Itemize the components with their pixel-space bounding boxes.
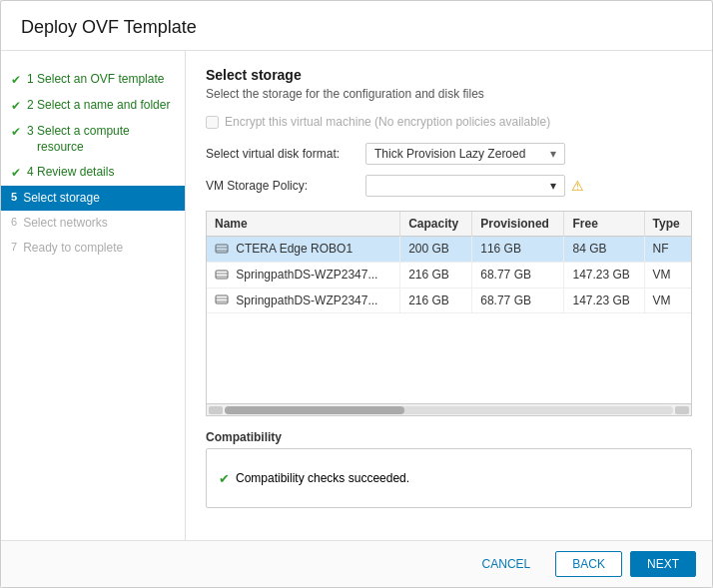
sidebar-item-step5[interactable]: 5 Select storage <box>1 186 185 211</box>
next-button[interactable]: NEXT <box>630 551 696 577</box>
sidebar-label-step7: 7 <box>11 240 17 255</box>
cell-name-0: CTERA Edge ROBO1 <box>207 237 400 263</box>
disk-format-value: Thick Provision Lazy Zeroed <box>374 147 525 161</box>
compatibility-message: Compatibility checks succeeded. <box>236 471 409 485</box>
col-type: Type <box>644 212 691 237</box>
cell-type-1: VM <box>644 262 691 288</box>
sidebar-item-step7: 7 Ready to complete <box>1 236 185 261</box>
cell-provisioned-2: 68.77 GB <box>472 288 564 313</box>
sidebar-item-step6: 6 Select networks <box>1 211 185 236</box>
caret-down-icon: ▾ <box>550 147 556 161</box>
compatibility-box: ✔ Compatibility checks succeeded. <box>206 448 692 508</box>
compat-check-icon: ✔ <box>219 471 230 486</box>
table-row[interactable]: SpringpathDS-WZP2347... 216 GB 68.77 GB … <box>207 288 691 313</box>
sidebar-label-step1: 1 <box>27 71 34 88</box>
cell-free-2: 147.23 GB <box>564 288 644 313</box>
dialog-footer: CANCEL BACK NEXT <box>1 540 712 587</box>
sidebar-item-step2[interactable]: ✔ 2 Select a name and folder <box>1 93 185 119</box>
sidebar-text-step3: Select a compute resource <box>37 123 175 157</box>
cell-name-1: SpringpathDS-WZP2347... <box>207 262 400 288</box>
vm-policy-dropdown[interactable]: ▾ <box>365 175 565 197</box>
deploy-ovf-dialog: Deploy OVF Template ✔ 1 Select an OVF te… <box>0 0 713 588</box>
datastore-icon-2 <box>215 293 229 306</box>
sidebar-text-step2: Select a name and folder <box>37 97 170 114</box>
sidebar-label-step2: 2 <box>27 97 34 114</box>
encrypt-label: Encrypt this virtual machine (No encrypt… <box>225 115 550 129</box>
svg-rect-6 <box>216 295 228 303</box>
scrollbar-track[interactable] <box>225 406 673 414</box>
dialog-body: ✔ 1 Select an OVF template ✔ 2 Select a … <box>1 51 712 540</box>
cell-capacity-2: 216 GB <box>400 288 472 313</box>
cell-type-0: NF <box>644 237 691 263</box>
cell-provisioned-0: 116 GB <box>472 237 564 263</box>
cell-capacity-0: 200 GB <box>400 237 472 263</box>
back-button[interactable]: BACK <box>555 551 622 577</box>
sidebar-label-step5: 5 <box>11 190 17 205</box>
svg-rect-3 <box>216 271 228 279</box>
check-icon-step1: ✔ <box>11 72 21 89</box>
encrypt-checkbox[interactable] <box>206 116 219 129</box>
sidebar-label-step6: 6 <box>11 215 17 230</box>
main-content: Select storage Select the storage for th… <box>186 51 712 540</box>
disk-format-dropdown[interactable]: Thick Provision Lazy Zeroed ▾ <box>365 143 565 165</box>
col-name: Name <box>207 212 400 237</box>
col-capacity: Capacity <box>400 212 472 237</box>
cell-provisioned-1: 68.77 GB <box>472 262 564 288</box>
storage-table: Name Capacity Provisioned Free Type <box>207 212 691 313</box>
cell-free-1: 147.23 GB <box>564 262 644 288</box>
section-subtitle: Select the storage for the configuration… <box>206 87 692 101</box>
encrypt-row: Encrypt this virtual machine (No encrypt… <box>206 115 692 129</box>
dialog-title: Deploy OVF Template <box>1 1 712 51</box>
compatibility-section: Compatibility ✔ Compatibility checks suc… <box>206 430 692 508</box>
storage-table-wrapper: Name Capacity Provisioned Free Type <box>206 211 692 416</box>
sidebar-text-step6: Select networks <box>23 215 108 232</box>
col-provisioned: Provisioned <box>472 212 564 237</box>
sidebar-text-step4: Review details <box>37 164 114 181</box>
table-row[interactable]: SpringpathDS-WZP2347... 216 GB 68.77 GB … <box>207 262 691 288</box>
table-scrollbar[interactable] <box>207 403 691 415</box>
cell-type-2: VM <box>644 288 691 313</box>
check-icon-step3: ✔ <box>11 124 21 141</box>
warning-icon: ⚠ <box>571 178 584 194</box>
cell-name-2: SpringpathDS-WZP2347... <box>207 288 400 313</box>
sidebar: ✔ 1 Select an OVF template ✔ 2 Select a … <box>1 51 186 540</box>
sidebar-item-step1[interactable]: ✔ 1 Select an OVF template <box>1 67 185 93</box>
table-scroll-area[interactable]: Name Capacity Provisioned Free Type <box>207 212 691 403</box>
cell-free-0: 84 GB <box>564 237 644 263</box>
vm-policy-label: VM Storage Policy: <box>206 179 365 193</box>
table-header-row: Name Capacity Provisioned Free Type <box>207 212 691 237</box>
table-row[interactable]: CTERA Edge ROBO1 200 GB 116 GB 84 GB NF <box>207 237 691 263</box>
col-free: Free <box>564 212 644 237</box>
disk-format-label: Select virtual disk format: <box>206 147 365 161</box>
vm-policy-row: VM Storage Policy: ▾ ⚠ <box>206 175 692 197</box>
sidebar-item-step4[interactable]: ✔ 4 Review details <box>1 160 185 186</box>
svg-rect-0 <box>216 245 228 253</box>
sidebar-label-step4: 4 <box>27 164 34 181</box>
section-title: Select storage <box>206 67 692 83</box>
compatibility-label: Compatibility <box>206 430 692 444</box>
scrollbar-thumb[interactable] <box>225 406 404 414</box>
scroll-left-btn[interactable] <box>209 406 223 414</box>
scroll-right-btn[interactable] <box>675 406 689 414</box>
sidebar-text-step7: Ready to complete <box>23 240 123 257</box>
disk-format-row: Select virtual disk format: Thick Provis… <box>206 143 692 165</box>
vm-policy-caret-icon: ▾ <box>550 179 556 193</box>
sidebar-text-step5: Select storage <box>23 190 100 207</box>
datastore-icon-1 <box>215 268 229 282</box>
check-icon-step2: ✔ <box>11 98 21 115</box>
datastore-icon-0 <box>215 242 229 256</box>
sidebar-item-step3[interactable]: ✔ 3 Select a compute resource <box>1 119 185 161</box>
sidebar-text-step1: Select an OVF template <box>37 71 164 88</box>
cancel-button[interactable]: CANCEL <box>465 551 548 577</box>
cell-capacity-1: 216 GB <box>400 262 472 288</box>
sidebar-label-step3: 3 <box>27 123 34 140</box>
check-icon-step4: ✔ <box>11 165 21 182</box>
